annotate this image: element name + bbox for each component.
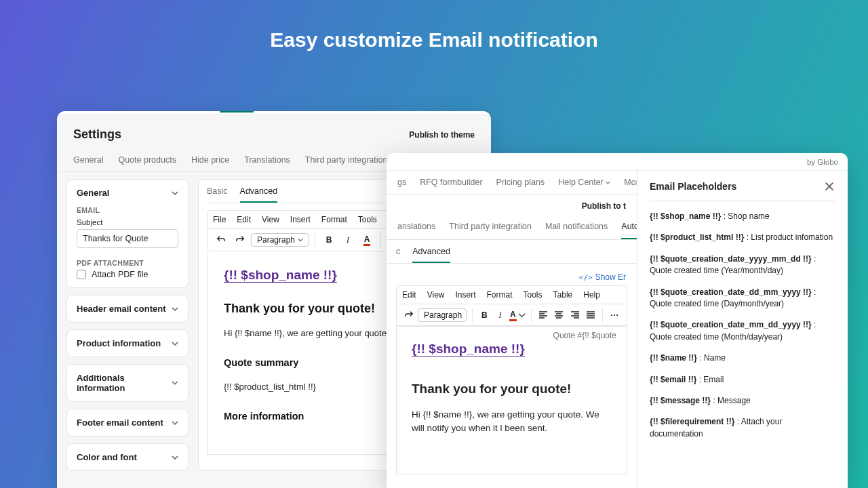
accordion-header-email[interactable]: Header email content	[66, 295, 189, 323]
bold-button[interactable]: B	[478, 307, 491, 323]
redo-button[interactable]	[402, 307, 415, 323]
front-primary-tabs: gs RFQ formbuilder Pricing plans Help Ce…	[387, 171, 637, 195]
accordion-additionals[interactable]: Additionals information	[66, 364, 189, 402]
chevron-down-icon	[172, 454, 178, 461]
editor-subtabs-front: c Advanced	[387, 240, 637, 264]
pdf-section-label: PDF ATTACHMENT	[77, 259, 178, 267]
settings-title: Settings	[73, 127, 121, 142]
align-right-button[interactable]	[568, 307, 581, 323]
tab-settings-partial[interactable]: gs	[397, 178, 406, 194]
accordion-label: Color and font	[77, 452, 137, 462]
italic-button[interactable]: I	[494, 307, 507, 323]
show-placeholders-link[interactable]: </>Show Er	[579, 272, 626, 282]
menu-view[interactable]: View	[262, 215, 279, 224]
shop-name-var: {!! $shop_name !!}	[412, 340, 612, 359]
tab-mail-notifications[interactable]: Mail notifications	[545, 222, 608, 239]
paragraph-format-select[interactable]: Paragraph	[418, 308, 467, 322]
more-button[interactable]: ···	[608, 307, 621, 323]
menu-format[interactable]: Format	[487, 290, 513, 300]
text-color-button[interactable]: A	[359, 232, 375, 248]
tab-auto-response[interactable]: Auto respons	[621, 222, 637, 239]
attach-pdf-label: Attach PDF file	[92, 270, 148, 279]
accordion-label: Footer email content	[77, 418, 163, 428]
italic-button[interactable]: I	[340, 232, 356, 248]
accordion-label: Header email content	[77, 304, 166, 314]
email-editor-body-front[interactable]: {!! $shop_name !!} Thank you for your qu…	[396, 325, 627, 474]
email-placeholders-window: by Globo gs RFQ formbuilder Pricing plan…	[387, 153, 848, 488]
subject-label: Subject	[77, 218, 178, 226]
placeholder-item[interactable]: {!! $filerequirement !!} : Attach your d…	[650, 416, 835, 440]
window-topbar	[57, 111, 491, 115]
chevron-down-icon	[172, 306, 178, 312]
front-secondary-tabs: anslations Third party integration Mail …	[387, 214, 637, 240]
align-center-button[interactable]	[553, 307, 566, 323]
menu-file[interactable]: File	[213, 215, 226, 224]
accordion-color-font[interactable]: Color and font	[66, 443, 189, 471]
placeholder-item[interactable]: {!! $message !!} : Message	[650, 395, 835, 407]
tab-translations-partial[interactable]: anslations	[397, 222, 435, 239]
tab-general[interactable]: General	[73, 155, 103, 165]
tab-more-features[interactable]: More Features	[624, 178, 637, 194]
email-paragraph: Hi {!! $name !!}, we are getting your qu…	[412, 408, 612, 436]
byline: by Globo	[807, 158, 838, 166]
menu-edit[interactable]: Edit	[237, 215, 251, 224]
settings-sidebar: General EMAIL Subject PDF ATTACHMENT Att…	[66, 179, 189, 471]
attach-pdf-checkbox[interactable]: Attach PDF file	[77, 270, 178, 279]
menu-tools[interactable]: Tools	[358, 215, 377, 224]
editor-menubar-front: Edit View Insert Format Tools Table Help	[396, 285, 627, 304]
text-color-button[interactable]: A	[509, 307, 526, 323]
undo-button[interactable]	[213, 232, 229, 248]
placeholder-item[interactable]: {!! $quote_creation_date_dd_mm_yyyy !!} …	[650, 287, 835, 310]
placeholder-item[interactable]: {!! $name !!} : Name	[650, 352, 835, 364]
redo-button[interactable]	[232, 232, 248, 248]
accordion-footer-email[interactable]: Footer email content	[66, 409, 189, 436]
subtab-advanced[interactable]: Advanced	[412, 240, 450, 263]
tab-quote-products[interactable]: Quote products	[118, 155, 176, 165]
subtab-basic[interactable]: c	[396, 240, 400, 263]
menu-tools[interactable]: Tools	[524, 290, 542, 300]
email-section-label: EMAIL	[77, 206, 178, 214]
align-justify-button[interactable]	[584, 307, 597, 323]
publish-to-theme-partial[interactable]: Publish to t	[387, 195, 637, 214]
format-value: Paragraph	[424, 310, 462, 320]
tab-pricing-plans[interactable]: Pricing plans	[496, 178, 545, 194]
checkbox-icon	[77, 270, 86, 279]
menu-edit[interactable]: Edit	[402, 290, 416, 300]
menu-insert[interactable]: Insert	[290, 215, 311, 224]
placeholders-title: Email Placeholders	[650, 181, 736, 192]
tab-third-party[interactable]: Third party integration	[449, 222, 532, 239]
quote-number-label: Quote #{!! $quote	[553, 331, 627, 340]
sidebar-general-title: General	[77, 188, 109, 198]
tab-rfq-formbuilder[interactable]: RFQ formbuilder	[420, 178, 482, 194]
placeholder-item[interactable]: {!! $shop_name !!} : Shop name	[650, 211, 835, 222]
subtab-advanced[interactable]: Advanced	[240, 186, 278, 203]
placeholder-item[interactable]: {!! $quote_creation_date_yyyy_mm_dd !!} …	[650, 253, 835, 277]
menu-help[interactable]: Help	[583, 290, 600, 300]
chevron-down-icon[interactable]	[172, 190, 178, 197]
tab-help-center[interactable]: Help Center	[558, 178, 610, 194]
menu-table[interactable]: Table	[553, 290, 573, 300]
publish-to-theme-button[interactable]: Publish to theme	[409, 130, 475, 140]
menu-view[interactable]: View	[427, 290, 445, 300]
placeholder-item[interactable]: {!! $quote_creation_date_mm_dd_yyyy !!} …	[650, 319, 835, 343]
menu-format[interactable]: Format	[321, 215, 347, 224]
paragraph-format-select[interactable]: Paragraph	[251, 233, 309, 247]
align-left-button[interactable]	[537, 307, 550, 323]
tab-translations[interactable]: Translations	[244, 155, 290, 165]
accordion-product-info[interactable]: Product information	[66, 329, 189, 357]
placeholder-item[interactable]: {!! $product_list_html !!} : List produc…	[650, 232, 835, 243]
subtab-basic[interactable]: Basic	[207, 186, 228, 203]
bold-button[interactable]: B	[321, 232, 337, 248]
chevron-down-icon	[172, 420, 178, 426]
format-value: Paragraph	[257, 235, 295, 245]
tab-third-party-integration[interactable]: Third party integration	[305, 155, 388, 165]
menu-insert[interactable]: Insert	[455, 290, 475, 300]
close-icon[interactable]	[823, 180, 835, 192]
placeholders-panel: Email Placeholders {!! $shop_name !!} : …	[637, 171, 848, 488]
placeholder-item[interactable]: {!! $email !!} : Email	[650, 374, 835, 386]
code-icon: </>	[579, 273, 593, 282]
email-heading: Thank you for your quote!	[412, 380, 612, 399]
subject-input[interactable]	[77, 229, 178, 248]
accordion-label: Additionals information	[77, 373, 172, 393]
tab-hide-price[interactable]: Hide price	[191, 155, 229, 165]
